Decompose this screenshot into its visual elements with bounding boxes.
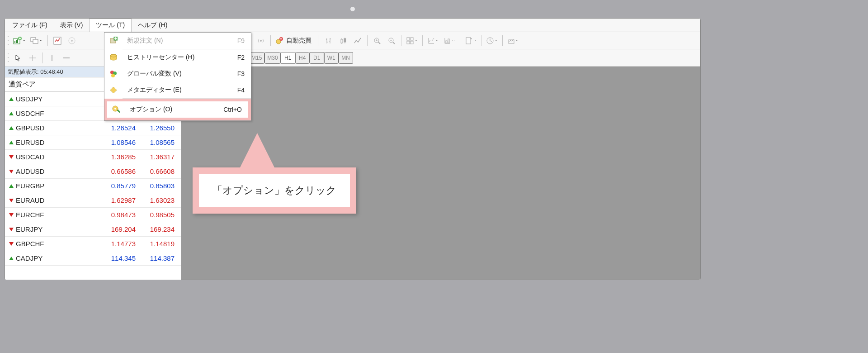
pair-row[interactable]: GBPCHF1.147731.14819 xyxy=(5,237,181,251)
pair-symbol: AUDUSD xyxy=(15,167,99,175)
direction-up-icon xyxy=(5,256,15,261)
timeframe-h1[interactable]: H1 xyxy=(281,52,295,64)
direction-down-icon xyxy=(5,198,15,203)
templates-button[interactable] xyxy=(463,34,478,48)
time-button[interactable] xyxy=(484,34,500,48)
pair-symbol: EURGBP xyxy=(15,182,99,190)
options-icon xyxy=(107,105,125,114)
direction-up-icon xyxy=(5,183,15,189)
line-chart-button[interactable] xyxy=(351,34,364,48)
pair-row[interactable]: USDCAD1.362851.36317 xyxy=(5,150,181,164)
editor-icon xyxy=(104,86,123,94)
chevron-down-icon xyxy=(452,39,455,42)
svg-rect-14 xyxy=(17,39,18,43)
svg-rect-50 xyxy=(407,41,410,44)
data-window-button[interactable] xyxy=(65,34,79,48)
chevron-down-icon xyxy=(473,39,476,42)
toolbar-grip[interactable] xyxy=(7,35,9,47)
signals-button[interactable] xyxy=(254,34,268,48)
callout-arrow xyxy=(237,133,278,174)
toolbar-separator xyxy=(460,35,460,46)
pair-row[interactable]: AUDUSD0.665860.66608 xyxy=(5,164,181,179)
timeframe-w1[interactable]: W1 xyxy=(324,52,339,64)
app-window: ファイル (F) 表示 (V) ツール (T) ヘルプ (H) 新規注文 (N)… xyxy=(5,18,701,280)
menu-metaeditor[interactable]: メタエディター (E) F4 xyxy=(104,82,251,98)
new-chart-button[interactable] xyxy=(11,34,28,48)
pair-ask: 0.85803 xyxy=(140,182,181,190)
direction-down-icon xyxy=(5,241,15,247)
timeframe-mn[interactable]: MN xyxy=(339,52,353,64)
timeframe-h4[interactable]: H4 xyxy=(295,52,310,64)
menu-globals-shortcut: F3 xyxy=(219,70,251,77)
pair-ask: 1.36317 xyxy=(140,153,181,161)
timeframe-m30[interactable]: M30 xyxy=(264,52,280,64)
callout-text: 「オプション」をクリック xyxy=(212,185,336,196)
menubar: ファイル (F) 表示 (V) ツール (T) ヘルプ (H) xyxy=(5,19,700,32)
pair-symbol: USDCAD xyxy=(15,153,99,161)
toolbar-separator xyxy=(502,35,503,46)
menu-history-label: ヒストリーセンター (H) xyxy=(123,53,219,62)
pair-symbol: EURCHF xyxy=(15,211,99,219)
pair-row[interactable]: GBPUSD1.265241.26550 xyxy=(5,121,181,135)
tile-windows-button[interactable] xyxy=(404,34,420,48)
menu-view[interactable]: 表示 (V) xyxy=(54,19,90,32)
menu-file[interactable]: ファイル (F) xyxy=(6,19,54,32)
profiles-button[interactable] xyxy=(28,34,45,48)
svg-rect-35 xyxy=(341,39,343,43)
zoom-in-button[interactable] xyxy=(370,34,384,48)
crosshair-button[interactable] xyxy=(26,51,39,65)
menu-editor-label: メタエディター (E) xyxy=(123,86,219,94)
new-order-icon xyxy=(104,37,123,45)
pair-row[interactable]: EURAUD1.629871.63023 xyxy=(5,193,181,208)
menu-help[interactable]: ヘルプ (H) xyxy=(132,19,174,32)
zoom-out-button[interactable] xyxy=(385,34,398,48)
pair-symbol: CADJPY xyxy=(15,254,99,262)
menu-history-center[interactable]: ヒストリーセンター (H) F2 xyxy=(104,49,251,66)
toolbar-separator xyxy=(47,35,48,46)
svg-rect-62 xyxy=(509,40,514,43)
pair-row[interactable]: EURCHF0.984730.98505 xyxy=(5,208,181,222)
svg-rect-51 xyxy=(410,41,413,44)
chevron-down-icon xyxy=(22,39,26,42)
pair-bid: 1.08546 xyxy=(99,138,140,146)
cursor-button[interactable] xyxy=(11,51,25,65)
chevron-down-icon xyxy=(39,39,43,42)
toolbar-grip[interactable] xyxy=(7,52,9,64)
menu-tools[interactable]: ツール (T) xyxy=(89,19,132,32)
svg-rect-12 xyxy=(14,41,15,43)
menu-new-order-shortcut: F9 xyxy=(219,37,251,44)
menu-options[interactable]: オプション (O) Ctrl+O xyxy=(107,101,248,118)
pair-row[interactable]: CADJPY114.345114.387 xyxy=(5,251,181,266)
svg-rect-38 xyxy=(344,38,346,42)
menu-new-order[interactable]: 新規注文 (N) F9 xyxy=(104,33,251,49)
horizontal-line-button[interactable] xyxy=(60,51,73,65)
timeframe-d1[interactable]: D1 xyxy=(310,52,324,64)
menu-globals-label: グローバル変数 (V) xyxy=(123,70,219,78)
bar-chart-button[interactable] xyxy=(322,34,335,48)
svg-line-42 xyxy=(378,42,380,44)
indicators-button[interactable] xyxy=(425,34,441,48)
toolbar-separator xyxy=(270,35,271,46)
menu-global-vars[interactable]: グローバル変数 (V) F3 xyxy=(104,66,251,82)
instruction-callout: 「オプション」をクリック xyxy=(193,167,356,214)
pair-ask: 1.63023 xyxy=(140,196,181,204)
pair-row[interactable]: EURUSD1.085461.08565 xyxy=(5,135,181,150)
vertical-line-button[interactable] xyxy=(45,51,59,65)
pair-ask: 1.26550 xyxy=(140,124,181,132)
pair-ask: 1.14819 xyxy=(140,240,181,248)
pair-row[interactable]: EURJPY169.204169.234 xyxy=(5,222,181,237)
periods-button[interactable] xyxy=(442,34,457,48)
svg-rect-48 xyxy=(407,38,410,40)
auto-trading-button[interactable]: 自動売買 xyxy=(274,34,316,48)
settings-button[interactable] xyxy=(505,34,521,48)
pair-symbol: EURAUD xyxy=(15,196,99,204)
chevron-down-icon xyxy=(515,39,519,42)
pair-bid: 1.14773 xyxy=(99,240,140,248)
toolbar-separator xyxy=(481,35,481,46)
candle-chart-button[interactable] xyxy=(336,34,350,48)
market-watch-button[interactable] xyxy=(51,34,64,48)
chevron-down-icon xyxy=(414,39,418,42)
svg-rect-49 xyxy=(410,38,413,40)
direction-up-icon xyxy=(5,96,15,102)
pair-row[interactable]: EURGBP0.857790.85803 xyxy=(5,179,181,193)
